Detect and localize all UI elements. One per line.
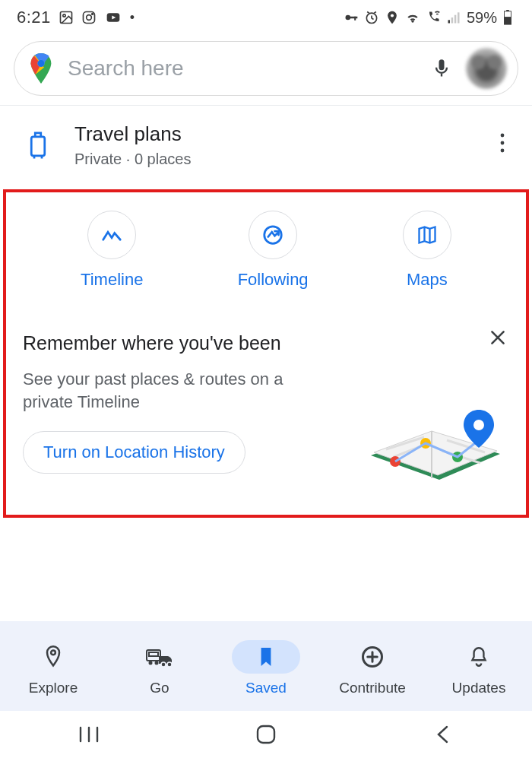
close-icon — [488, 328, 508, 347]
status-time: 6:21 — [17, 8, 51, 27]
svg-rect-32 — [149, 652, 158, 656]
svg-point-33 — [149, 661, 153, 665]
youtube-icon — [104, 10, 122, 25]
status-bar: 6:21 • 59% — [0, 0, 532, 30]
travel-plans-title: Travel plans — [74, 122, 470, 146]
location-icon — [385, 10, 400, 25]
home-button[interactable] — [220, 724, 312, 745]
svg-rect-11 — [448, 20, 450, 23]
explore-pin-icon — [43, 645, 64, 669]
nav-go[interactable]: Go — [110, 640, 209, 696]
more-menu-button[interactable] — [491, 133, 514, 157]
svg-point-36 — [167, 662, 172, 667]
nav-contribute-label: Contribute — [339, 680, 406, 696]
search-input[interactable] — [68, 56, 417, 81]
svg-point-1 — [63, 14, 65, 17]
turn-on-location-history-button[interactable]: Turn on Location History — [23, 431, 245, 474]
svg-rect-12 — [451, 17, 454, 24]
following-label: Following — [238, 270, 309, 290]
svg-point-30 — [51, 650, 55, 655]
svg-rect-20 — [31, 137, 45, 156]
search-bar[interactable] — [14, 41, 518, 96]
bell-icon — [469, 645, 489, 668]
highlighted-region: Timeline Following Maps Remember where y… — [3, 189, 529, 518]
svg-rect-14 — [458, 12, 460, 23]
bookmark-icon — [258, 646, 274, 668]
svg-rect-13 — [454, 15, 457, 24]
wifi-icon — [405, 10, 420, 25]
battery-percent: 59% — [467, 9, 497, 27]
nav-updates[interactable]: Updates — [429, 640, 528, 696]
svg-point-35 — [161, 662, 166, 667]
following-icon — [261, 224, 284, 246]
nav-updates-label: Updates — [452, 680, 506, 696]
svg-point-19 — [37, 60, 44, 67]
travel-plans-subtitle: Private · 0 places — [74, 151, 470, 168]
recents-button[interactable] — [43, 726, 135, 743]
key-icon — [344, 10, 359, 25]
battery-icon — [500, 10, 515, 25]
svg-point-21 — [501, 134, 505, 138]
map-icon — [416, 224, 438, 246]
svg-rect-7 — [350, 17, 357, 19]
timeline-icon — [100, 224, 123, 246]
svg-point-34 — [155, 661, 159, 665]
timeline-label: Timeline — [81, 270, 143, 290]
maps-pin-icon — [28, 53, 54, 84]
nav-explore[interactable]: Explore — [4, 640, 103, 696]
luggage-icon — [27, 130, 49, 160]
nav-saved-label: Saved — [245, 680, 287, 696]
signal-icon — [446, 10, 461, 25]
photo-icon — [59, 10, 74, 25]
svg-point-23 — [501, 149, 505, 153]
status-right: 59% — [344, 9, 515, 27]
following-chip[interactable]: Following — [238, 211, 309, 290]
maps-chip[interactable]: Maps — [403, 211, 451, 290]
nav-contribute[interactable]: Contribute — [323, 640, 422, 696]
map-illustration — [356, 364, 515, 493]
travel-plans-row[interactable]: Travel plans Private · 0 places — [0, 106, 532, 185]
svg-point-6 — [345, 15, 350, 21]
back-button[interactable] — [397, 725, 489, 744]
svg-point-3 — [86, 15, 91, 21]
android-soft-keys — [0, 711, 532, 758]
close-promo-button[interactable] — [488, 328, 508, 350]
svg-rect-17 — [504, 17, 511, 24]
svg-rect-38 — [258, 726, 274, 743]
nav-explore-label: Explore — [29, 680, 78, 696]
timeline-chip[interactable]: Timeline — [81, 211, 143, 290]
profile-avatar[interactable] — [466, 48, 507, 89]
promo-subtitle: See your past places & routes on a priva… — [23, 368, 327, 413]
plus-circle-icon — [361, 645, 384, 668]
instagram-icon — [81, 10, 97, 25]
svg-point-29 — [473, 420, 484, 430]
svg-point-22 — [501, 141, 505, 145]
nav-go-label: Go — [150, 680, 169, 696]
svg-rect-8 — [354, 17, 356, 21]
mic-icon[interactable] — [431, 55, 452, 82]
maps-label: Maps — [407, 270, 448, 290]
wifi-calling-icon — [426, 10, 441, 25]
svg-point-4 — [92, 14, 93, 15]
nav-saved[interactable]: Saved — [217, 640, 315, 696]
promo-title: Remember where you've been — [23, 332, 509, 354]
bottom-nav: Explore Go Saved Contribute Updates — [0, 621, 532, 711]
go-icon — [145, 645, 174, 668]
svg-point-10 — [391, 14, 394, 17]
alarm-icon — [364, 10, 379, 25]
